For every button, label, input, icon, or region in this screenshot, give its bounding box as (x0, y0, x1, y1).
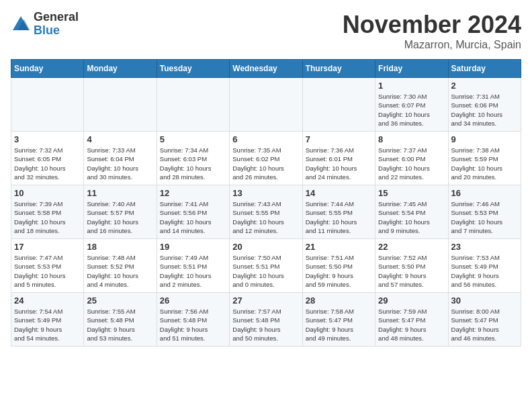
day-number: 2 (451, 81, 518, 91)
day-number: 21 (306, 242, 372, 252)
calendar-cell: 27Sunrise: 7:57 AM Sunset: 5:48 PM Dayli… (230, 293, 302, 347)
header-thursday: Thursday (302, 60, 375, 78)
cell-info: Sunrise: 7:51 AM Sunset: 5:50 PM Dayligh… (306, 253, 372, 289)
header-row: SundayMondayTuesdayWednesdayThursdayFrid… (11, 60, 521, 78)
cell-info: Sunrise: 7:58 AM Sunset: 5:47 PM Dayligh… (306, 307, 372, 342)
day-number: 13 (232, 188, 299, 198)
cell-info: Sunrise: 7:36 AM Sunset: 6:01 PM Dayligh… (306, 146, 372, 181)
logo-icon (11, 14, 31, 34)
calendar-cell: 21Sunrise: 7:51 AM Sunset: 5:50 PM Dayli… (302, 239, 375, 293)
day-number: 17 (14, 242, 81, 252)
month-title: November 2024 (343, 11, 521, 39)
header-monday: Monday (84, 60, 157, 78)
cell-info: Sunrise: 7:50 AM Sunset: 5:51 PM Dayligh… (232, 253, 299, 289)
day-number: 5 (160, 134, 226, 144)
calendar-cell: 8Sunrise: 7:37 AM Sunset: 6:00 PM Daylig… (375, 132, 448, 185)
day-number: 9 (451, 134, 518, 144)
day-number: 29 (378, 295, 445, 306)
day-number: 15 (378, 188, 445, 198)
logo-text: General Blue (34, 11, 79, 38)
day-number: 20 (232, 242, 299, 252)
calendar-cell: 1Sunrise: 7:30 AM Sunset: 6:07 PM Daylig… (375, 78, 448, 132)
day-number: 7 (306, 134, 372, 144)
header-sunday: Sunday (11, 60, 84, 78)
calendar-cell: 25Sunrise: 7:55 AM Sunset: 5:48 PM Dayli… (84, 293, 157, 347)
calendar-cell: 3Sunrise: 7:32 AM Sunset: 6:05 PM Daylig… (11, 132, 84, 185)
calendar-cell: 16Sunrise: 7:46 AM Sunset: 5:53 PM Dayli… (448, 185, 521, 239)
day-number: 6 (232, 134, 299, 144)
day-number: 27 (232, 295, 299, 306)
cell-info: Sunrise: 7:40 AM Sunset: 5:57 PM Dayligh… (87, 199, 153, 235)
calendar-cell: 2Sunrise: 7:31 AM Sunset: 6:06 PM Daylig… (448, 78, 521, 132)
cell-info: Sunrise: 7:45 AM Sunset: 5:54 PM Dayligh… (378, 199, 445, 235)
cell-info: Sunrise: 7:33 AM Sunset: 6:04 PM Dayligh… (87, 146, 153, 181)
day-number: 18 (87, 242, 153, 252)
cell-info: Sunrise: 7:44 AM Sunset: 5:55 PM Dayligh… (306, 199, 372, 235)
day-number: 30 (451, 295, 518, 306)
calendar-cell: 10Sunrise: 7:39 AM Sunset: 5:58 PM Dayli… (11, 185, 84, 239)
calendar-cell: 26Sunrise: 7:56 AM Sunset: 5:48 PM Dayli… (157, 293, 229, 347)
logo-general: General (34, 11, 79, 24)
cell-info: Sunrise: 7:49 AM Sunset: 5:51 PM Dayligh… (160, 253, 226, 289)
calendar-cell: 29Sunrise: 7:59 AM Sunset: 5:47 PM Dayli… (375, 293, 448, 347)
cell-info: Sunrise: 7:59 AM Sunset: 5:47 PM Dayligh… (378, 307, 445, 342)
cell-info: Sunrise: 7:54 AM Sunset: 5:49 PM Dayligh… (14, 307, 81, 342)
logo: General Blue (11, 11, 79, 38)
calendar-header: SundayMondayTuesdayWednesdayThursdayFrid… (11, 60, 521, 78)
calendar-cell: 5Sunrise: 7:34 AM Sunset: 6:03 PM Daylig… (157, 132, 229, 185)
cell-info: Sunrise: 7:53 AM Sunset: 5:49 PM Dayligh… (451, 253, 518, 289)
calendar-cell: 19Sunrise: 7:49 AM Sunset: 5:51 PM Dayli… (157, 239, 229, 293)
day-number: 26 (160, 295, 226, 306)
header-saturday: Saturday (448, 60, 521, 78)
calendar-cell: 18Sunrise: 7:48 AM Sunset: 5:52 PM Dayli… (84, 239, 157, 293)
calendar-table: SundayMondayTuesdayWednesdayThursdayFrid… (11, 59, 521, 347)
cell-info: Sunrise: 7:55 AM Sunset: 5:48 PM Dayligh… (87, 307, 153, 342)
cell-info: Sunrise: 7:32 AM Sunset: 6:05 PM Dayligh… (14, 146, 81, 181)
day-number: 22 (378, 242, 445, 252)
calendar-cell: 22Sunrise: 7:52 AM Sunset: 5:50 PM Dayli… (375, 239, 448, 293)
day-number: 10 (14, 188, 81, 198)
day-number: 24 (14, 295, 81, 306)
day-number: 12 (160, 188, 226, 198)
calendar-row-1: 3Sunrise: 7:32 AM Sunset: 6:05 PM Daylig… (11, 132, 521, 185)
location: Mazarron, Murcia, Spain (343, 39, 521, 51)
cell-info: Sunrise: 7:43 AM Sunset: 5:55 PM Dayligh… (232, 199, 299, 235)
calendar-row-0: 1Sunrise: 7:30 AM Sunset: 6:07 PM Daylig… (11, 78, 521, 132)
calendar-cell: 4Sunrise: 7:33 AM Sunset: 6:04 PM Daylig… (84, 132, 157, 185)
calendar-cell (302, 78, 375, 132)
calendar-row-4: 24Sunrise: 7:54 AM Sunset: 5:49 PM Dayli… (11, 293, 521, 347)
calendar-cell: 28Sunrise: 7:58 AM Sunset: 5:47 PM Dayli… (302, 293, 375, 347)
cell-info: Sunrise: 7:48 AM Sunset: 5:52 PM Dayligh… (87, 253, 153, 289)
cell-info: Sunrise: 7:34 AM Sunset: 6:03 PM Dayligh… (160, 146, 226, 181)
day-number: 28 (306, 295, 372, 306)
calendar-cell: 13Sunrise: 7:43 AM Sunset: 5:55 PM Dayli… (230, 185, 302, 239)
header-tuesday: Tuesday (157, 60, 229, 78)
header-wednesday: Wednesday (230, 60, 302, 78)
cell-info: Sunrise: 7:35 AM Sunset: 6:02 PM Dayligh… (232, 146, 299, 181)
cell-info: Sunrise: 8:00 AM Sunset: 5:47 PM Dayligh… (451, 307, 518, 342)
cell-info: Sunrise: 7:37 AM Sunset: 6:00 PM Dayligh… (378, 146, 445, 181)
calendar-cell: 9Sunrise: 7:38 AM Sunset: 5:59 PM Daylig… (448, 132, 521, 185)
calendar-cell (157, 78, 229, 132)
calendar-cell: 15Sunrise: 7:45 AM Sunset: 5:54 PM Dayli… (375, 185, 448, 239)
calendar-row-3: 17Sunrise: 7:47 AM Sunset: 5:53 PM Dayli… (11, 239, 521, 293)
logo-blue: Blue (34, 24, 79, 38)
day-number: 25 (87, 295, 153, 306)
calendar-cell: 12Sunrise: 7:41 AM Sunset: 5:56 PM Dayli… (157, 185, 229, 239)
cell-info: Sunrise: 7:46 AM Sunset: 5:53 PM Dayligh… (451, 199, 518, 235)
day-number: 3 (14, 134, 81, 144)
calendar-cell: 14Sunrise: 7:44 AM Sunset: 5:55 PM Dayli… (302, 185, 375, 239)
calendar-cell: 20Sunrise: 7:50 AM Sunset: 5:51 PM Dayli… (230, 239, 302, 293)
cell-info: Sunrise: 7:47 AM Sunset: 5:53 PM Dayligh… (14, 253, 81, 289)
day-number: 14 (306, 188, 372, 198)
day-number: 16 (451, 188, 518, 198)
calendar-cell (84, 78, 157, 132)
calendar-cell (230, 78, 302, 132)
day-number: 19 (160, 242, 226, 252)
day-number: 23 (451, 242, 518, 252)
cell-info: Sunrise: 7:30 AM Sunset: 6:07 PM Dayligh… (378, 92, 445, 128)
calendar-cell: 23Sunrise: 7:53 AM Sunset: 5:49 PM Dayli… (448, 239, 521, 293)
calendar-cell: 6Sunrise: 7:35 AM Sunset: 6:02 PM Daylig… (230, 132, 302, 185)
title-block: November 2024 Mazarron, Murcia, Spain (343, 11, 521, 51)
cell-info: Sunrise: 7:31 AM Sunset: 6:06 PM Dayligh… (451, 92, 518, 128)
